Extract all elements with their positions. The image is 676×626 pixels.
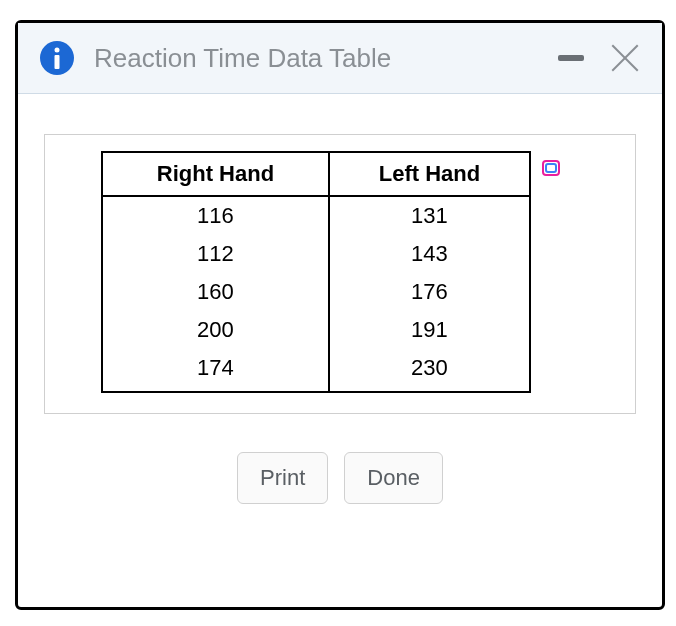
cell-value: 230 xyxy=(329,349,530,392)
cell-value: 143 xyxy=(329,235,530,273)
table-row: 174 230 xyxy=(102,349,530,392)
table-row: 112 143 xyxy=(102,235,530,273)
table-container: Right Hand Left Hand 116 131 112 143 160 xyxy=(44,134,636,414)
info-icon xyxy=(40,41,74,75)
titlebar-controls xyxy=(558,43,640,73)
button-row: Print Done xyxy=(44,452,636,504)
data-table: Right Hand Left Hand 116 131 112 143 160 xyxy=(101,151,531,393)
table-row: 116 131 xyxy=(102,196,530,235)
close-button[interactable] xyxy=(610,43,640,73)
table-row: 160 176 xyxy=(102,273,530,311)
cell-value: 191 xyxy=(329,311,530,349)
print-button[interactable]: Print xyxy=(237,452,328,504)
cell-value: 160 xyxy=(102,273,329,311)
svg-point-0 xyxy=(55,48,60,53)
titlebar: Reaction Time Data Table xyxy=(18,23,662,94)
table-handle-icon[interactable] xyxy=(541,159,561,179)
dialog: Reaction Time Data Table Right Hand Left… xyxy=(15,20,665,610)
column-header-left-hand: Left Hand xyxy=(329,152,530,196)
cell-value: 112 xyxy=(102,235,329,273)
column-header-right-hand: Right Hand xyxy=(102,152,329,196)
cell-value: 174 xyxy=(102,349,329,392)
minimize-button[interactable] xyxy=(558,55,584,61)
cell-value: 200 xyxy=(102,311,329,349)
table-header-row: Right Hand Left Hand xyxy=(102,152,530,196)
svg-rect-3 xyxy=(546,164,556,172)
cell-value: 176 xyxy=(329,273,530,311)
svg-rect-1 xyxy=(55,55,60,69)
cell-value: 131 xyxy=(329,196,530,235)
done-button[interactable]: Done xyxy=(344,452,443,504)
cell-value: 116 xyxy=(102,196,329,235)
dialog-title: Reaction Time Data Table xyxy=(94,43,538,74)
dialog-content: Right Hand Left Hand 116 131 112 143 160 xyxy=(18,94,662,607)
table-row: 200 191 xyxy=(102,311,530,349)
